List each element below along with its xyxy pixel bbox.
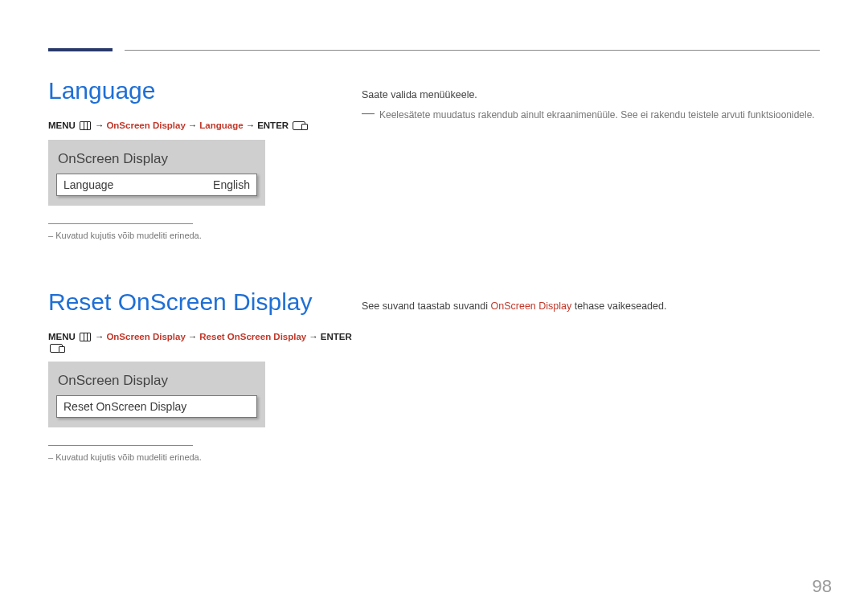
section-title-reset: Reset OnScreen Display bbox=[48, 288, 362, 316]
footnote-rule bbox=[48, 445, 193, 446]
section-language: Language MENU → OnScreen Display → Langu… bbox=[48, 77, 820, 240]
footnote-reset: Kuvatud kujutis võib mudeliti erineda. bbox=[48, 452, 362, 462]
breadcrumb-menu-label: MENU bbox=[48, 121, 76, 130]
header-rule-accent bbox=[48, 48, 113, 51]
arrow-icon: → bbox=[246, 121, 256, 130]
menu-icon bbox=[80, 333, 91, 341]
osd-row-label: Language bbox=[63, 178, 113, 191]
menu-icon bbox=[80, 121, 91, 130]
section-reset-left: Reset OnScreen Display MENU → OnScreen D… bbox=[48, 288, 362, 462]
enter-icon bbox=[293, 121, 305, 130]
arrow-icon: → bbox=[95, 332, 104, 341]
breadcrumb-language: Language bbox=[199, 121, 243, 130]
osd-panel-reset: OnScreen Display Reset OnScreen Display bbox=[48, 362, 265, 427]
section-language-left: Language MENU → OnScreen Display → Langu… bbox=[48, 77, 362, 240]
breadcrumb-enter-label: ENTER bbox=[257, 121, 289, 130]
section-language-right: Saate valida menüükeele. ― Keelesätete m… bbox=[362, 77, 820, 124]
language-description: Saate valida menüükeele. bbox=[362, 87, 820, 104]
reset-description: See suvand taastab suvandi OnScreen Disp… bbox=[362, 298, 820, 315]
arrow-icon: → bbox=[309, 332, 318, 341]
osd-panel-title: OnScreen Display bbox=[58, 151, 256, 167]
breadcrumb-onscreen-display: OnScreen Display bbox=[106, 332, 185, 341]
osd-panel-language: OnScreen Display Language English bbox=[48, 140, 265, 206]
arrow-icon: → bbox=[188, 121, 198, 130]
osd-row-label: Reset OnScreen Display bbox=[63, 400, 186, 413]
osd-row-reset[interactable]: Reset OnScreen Display bbox=[56, 395, 257, 418]
breadcrumb-language: MENU → OnScreen Display → Language → ENT… bbox=[48, 121, 362, 130]
section-reset: Reset OnScreen Display MENU → OnScreen D… bbox=[48, 288, 820, 462]
footnote-language: Kuvatud kujutis võib mudeliti erineda. bbox=[48, 231, 362, 240]
dash-icon: ― bbox=[362, 107, 375, 120]
header-rule-line bbox=[125, 50, 820, 51]
osd-row-language[interactable]: Language English bbox=[56, 174, 257, 196]
breadcrumb-onscreen-display: OnScreen Display bbox=[106, 121, 185, 130]
breadcrumb-reset-osd: Reset OnScreen Display bbox=[199, 332, 306, 341]
arrow-icon: → bbox=[95, 121, 104, 130]
osd-panel-title: OnScreen Display bbox=[58, 373, 256, 389]
page-number: 98 bbox=[813, 576, 832, 597]
enter-icon bbox=[50, 344, 63, 353]
breadcrumb-reset: MENU → OnScreen Display → Reset OnScreen… bbox=[48, 332, 362, 352]
language-note: ― Keelesätete muudatus rakendub ainult e… bbox=[362, 107, 820, 123]
breadcrumb-enter-label: ENTER bbox=[321, 332, 352, 341]
section-title-language: Language bbox=[48, 77, 362, 104]
arrow-icon: → bbox=[188, 332, 198, 341]
language-note-text: Keelesätete muudatus rakendub ainult ekr… bbox=[379, 107, 815, 123]
reset-description-pre: See suvand taastab suvandi bbox=[362, 300, 491, 312]
reset-description-highlight: OnScreen Display bbox=[491, 300, 572, 312]
header-rule bbox=[48, 48, 820, 53]
page: Language MENU → OnScreen Display → Langu… bbox=[0, 0, 868, 462]
section-reset-right: See suvand taastab suvandi OnScreen Disp… bbox=[362, 288, 820, 315]
osd-row-value: English bbox=[213, 178, 250, 191]
footnote-rule bbox=[48, 223, 193, 224]
breadcrumb-menu-label: MENU bbox=[48, 332, 76, 341]
reset-description-post: tehase vaikeseaded. bbox=[571, 300, 666, 312]
